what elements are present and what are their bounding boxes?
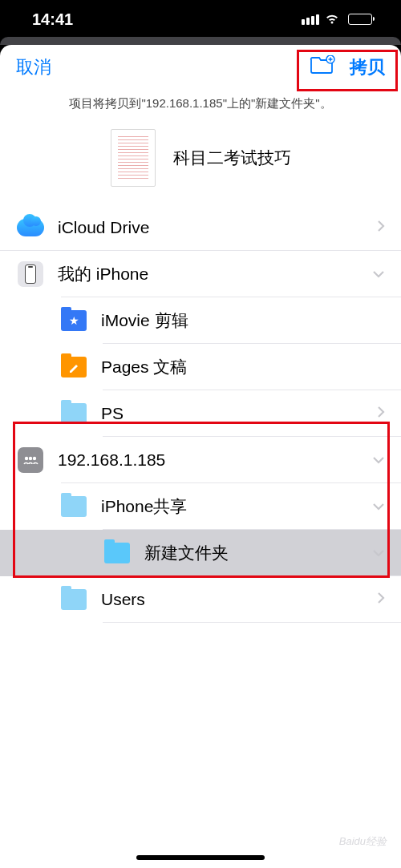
- wifi-icon: [324, 14, 340, 25]
- folder-row[interactable]: Users: [0, 576, 401, 623]
- svg-point-3: [33, 457, 36, 460]
- row-label: Users: [101, 590, 369, 609]
- row-label: 新建文件夹: [144, 542, 369, 564]
- nav-bar: 取消 拷贝: [0, 45, 401, 90]
- location-list: iCloud Drive我的 iPhone★iMovie 剪辑Pages 文稿P…: [0, 204, 401, 868]
- chevron-right-icon: [377, 406, 385, 418]
- status-indicators: [302, 14, 372, 25]
- destination-info: 项目将拷贝到"192.168.1.185"上的"新建文件夹"。: [0, 90, 401, 119]
- disclosure[interactable]: [369, 546, 385, 560]
- svg-point-2: [29, 457, 32, 460]
- disclosure[interactable]: [369, 406, 385, 422]
- copy-button[interactable]: 拷贝: [350, 55, 385, 79]
- folder-plus-icon: [310, 55, 335, 75]
- watermark: Baidu经验: [339, 834, 387, 849]
- sheet-handle: [0, 37, 401, 45]
- preview-row: 科目二考试技巧: [0, 119, 401, 204]
- row-label: iMovie 剪辑: [101, 309, 369, 332]
- folder-row[interactable]: iPhone共享: [0, 483, 401, 530]
- location-row[interactable]: 192.168.1.185: [0, 437, 401, 483]
- disclosure[interactable]: [369, 220, 385, 236]
- folder-icon: [61, 496, 87, 517]
- battery-icon: [348, 14, 372, 25]
- row-label: 我的 iPhone: [58, 263, 369, 285]
- folder-row[interactable]: Pages 文稿: [0, 344, 401, 390]
- chevron-right-icon: [377, 220, 385, 232]
- chevron-down-icon: [372, 270, 385, 278]
- status-time: 14:41: [32, 10, 73, 29]
- server-icon: [18, 447, 43, 473]
- folder-icon: [61, 403, 87, 424]
- row-label: Pages 文稿: [101, 356, 369, 378]
- chevron-down-icon: [372, 503, 385, 511]
- location-row[interactable]: 我的 iPhone: [0, 251, 401, 297]
- disclosure[interactable]: [369, 499, 385, 514]
- cellular-icon: [302, 14, 319, 25]
- disclosure[interactable]: [369, 267, 385, 281]
- location-row[interactable]: iCloud Drive: [0, 204, 401, 251]
- row-label: 192.168.1.185: [58, 450, 369, 470]
- document-thumbnail-icon: [111, 129, 156, 187]
- new-folder-button[interactable]: [310, 55, 335, 79]
- row-label: iCloud Drive: [58, 218, 369, 237]
- icloud-icon: [17, 219, 44, 236]
- folder-icon: [61, 357, 87, 377]
- svg-point-1: [25, 457, 28, 460]
- cancel-button[interactable]: 取消: [16, 55, 51, 79]
- folder-row[interactable]: ★iMovie 剪辑: [0, 297, 401, 344]
- row-label: iPhone共享: [101, 495, 369, 518]
- folder-row[interactable]: PS: [0, 390, 401, 437]
- file-picker-sheet: 取消 拷贝 项目将拷贝到"192.168.1.185"上的"新建文件夹"。 科目…: [0, 45, 401, 868]
- folder-icon: [61, 589, 87, 610]
- home-indicator[interactable]: [136, 855, 265, 860]
- chevron-right-icon: [377, 591, 385, 604]
- chevron-down-icon: [372, 549, 385, 557]
- folder-icon: [104, 543, 130, 563]
- disclosure[interactable]: [369, 591, 385, 608]
- chevron-down-icon: [372, 456, 385, 464]
- iphone-icon: [18, 261, 43, 287]
- disclosure[interactable]: [369, 453, 385, 467]
- row-label: PS: [101, 404, 369, 423]
- folder-icon: ★: [61, 310, 87, 331]
- folder-row[interactable]: 新建文件夹: [0, 530, 401, 576]
- document-title: 科目二考试技巧: [173, 147, 291, 169]
- status-bar: 14:41: [0, 0, 401, 38]
